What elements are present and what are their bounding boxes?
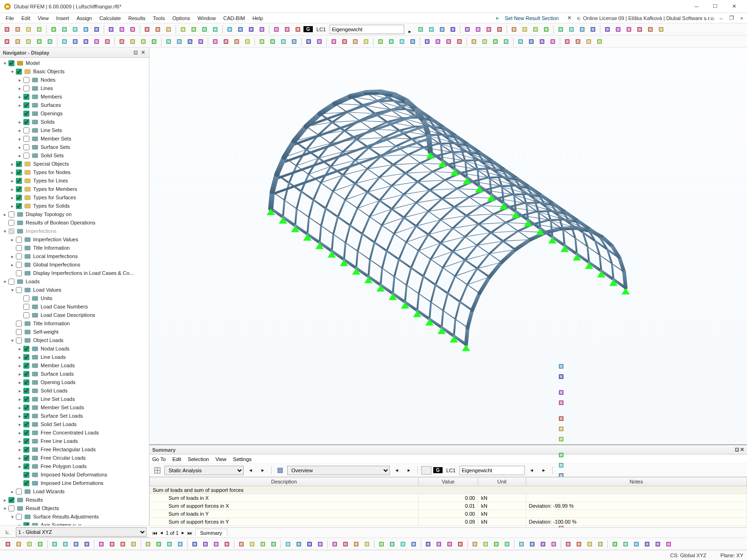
tb2-btn-46[interactable] — [537, 36, 547, 47]
tb3-btn-22[interactable] — [258, 539, 268, 549]
tb1-btn-40[interactable] — [577, 24, 587, 35]
next-page-button[interactable]: ▸ — [182, 530, 184, 536]
tree-node-37[interactable]: ▸Surface Loads — [0, 370, 149, 378]
tree-node-43[interactable]: ▸Solid Set Loads — [0, 420, 149, 428]
tree-expand-icon[interactable]: ▸ — [9, 161, 15, 167]
tree-checkbox[interactable] — [23, 405, 29, 411]
tree-node-49[interactable]: Imposed Nodal Deformations — [0, 470, 149, 479]
tb3-btn-24[interactable] — [283, 539, 293, 549]
tb2-btn-44[interactable] — [515, 36, 526, 47]
menu-tools[interactable]: Tools — [149, 14, 169, 22]
tb3-btn-20[interactable] — [236, 539, 247, 549]
tb3-btn-12[interactable] — [143, 539, 153, 549]
lc-next[interactable]: ▸ — [405, 27, 415, 36]
tb3-btn-9[interactable] — [107, 539, 117, 549]
tb3-btn-41[interactable] — [480, 539, 491, 549]
tb3-btn-25[interactable] — [294, 539, 304, 549]
overview-select[interactable]: Overview — [287, 466, 390, 475]
tree-expand-icon[interactable]: ▸ — [17, 455, 22, 461]
tb2-btn-2[interactable] — [23, 36, 34, 47]
tb3-btn-45[interactable] — [527, 539, 537, 549]
tb1-btn-6[interactable] — [70, 24, 80, 35]
tb3-btn-21[interactable] — [247, 539, 257, 549]
tb1-btn-22[interactable] — [257, 24, 267, 35]
tb2-btn-24[interactable] — [278, 36, 289, 47]
tb2-btn-33[interactable] — [386, 36, 396, 47]
tb1-btn-21[interactable] — [246, 24, 256, 35]
tb2-btn-8[interactable] — [92, 36, 102, 47]
tb2-btn-21[interactable] — [242, 36, 253, 47]
tb1-btn-15[interactable] — [178, 24, 188, 35]
tree-node-16[interactable]: ▸Types for Surfaces — [0, 193, 149, 202]
tb3-btn-56[interactable] — [653, 539, 663, 549]
tb2-btn-25[interactable] — [289, 36, 299, 47]
navigator-pin-icon[interactable]: ⊡ — [132, 49, 139, 56]
tree-checkbox[interactable] — [23, 463, 29, 469]
tb1-btn-20[interactable] — [235, 24, 246, 35]
tb2-btn-36[interactable] — [422, 36, 432, 47]
tb3-btn-17[interactable] — [200, 539, 211, 549]
tb3-btn-34[interactable] — [398, 539, 408, 549]
tree-checkbox[interactable] — [23, 295, 29, 301]
tree-expand-icon[interactable]: ▸ — [9, 195, 15, 200]
tb1-btn-31[interactable] — [473, 24, 483, 35]
tb1-btn-4[interactable] — [49, 24, 59, 35]
tree-checkbox[interactable] — [16, 69, 22, 75]
tb1-btn-14[interactable] — [163, 24, 174, 35]
tree-expand-icon[interactable]: ▸ — [17, 430, 22, 435]
tree-expand-icon[interactable]: ▾ — [9, 514, 15, 519]
tree-checkbox[interactable] — [16, 237, 22, 243]
prev-overview-button[interactable]: ◂ — [392, 465, 402, 476]
navigator-tree[interactable]: ▾Model▾Basic Objects▸Nodes▸Lines▸Members… — [0, 58, 149, 538]
tree-checkbox[interactable] — [23, 455, 29, 461]
tree-node-19[interactable]: Results of Boolean Operations — [0, 218, 149, 227]
maximize-button[interactable]: ☐ — [706, 0, 725, 13]
tb3-btn-15[interactable] — [175, 539, 185, 549]
tb3-btn-40[interactable] — [470, 539, 480, 549]
cs-select[interactable]: 1 - Global XYZ — [16, 527, 147, 537]
tree-node-50[interactable]: Imposed Line Deformations — [0, 479, 149, 487]
tree-expand-icon[interactable]: ▾ — [2, 506, 7, 511]
tb2-btn-11[interactable] — [127, 36, 138, 47]
tb2-btn-19[interactable] — [221, 36, 231, 47]
tb1-btn-11[interactable] — [127, 24, 138, 35]
tree-node-23[interactable]: ▸Local Imperfections — [0, 252, 149, 260]
next-overview-button[interactable]: ▸ — [404, 465, 414, 476]
tb2-btn-10[interactable] — [117, 36, 127, 47]
tb3-btn-19[interactable] — [222, 539, 232, 549]
tb1-btn-38[interactable] — [556, 24, 566, 35]
tree-expand-icon[interactable]: ▸ — [17, 103, 22, 108]
tb3-btn-43[interactable] — [502, 539, 512, 549]
close-link-icon[interactable]: ✕ — [564, 15, 574, 21]
tb1-btn-37[interactable] — [541, 24, 551, 35]
tb2-btn-48[interactable] — [562, 36, 572, 47]
analysis-select[interactable]: Static Analysis — [164, 466, 244, 475]
summary-menu-go-to[interactable]: Go To — [152, 456, 166, 462]
tb1-btn-7[interactable] — [81, 24, 91, 35]
tb2-btn-41[interactable] — [479, 36, 490, 47]
tb2-btn-7[interactable] — [81, 36, 91, 47]
cs-axis-icon[interactable] — [3, 527, 13, 537]
summary-col-1[interactable]: Value — [418, 477, 478, 486]
tree-checkbox[interactable] — [23, 363, 29, 369]
tree-expand-icon[interactable]: ▾ — [2, 61, 7, 66]
tree-expand-icon[interactable]: ▾ — [9, 69, 15, 74]
tb2-btn-37[interactable] — [433, 36, 443, 47]
tree-node-0[interactable]: ▾Model — [0, 59, 149, 67]
tree-node-1[interactable]: ▾Basic Objects — [0, 67, 149, 76]
tb2-btn-13[interactable] — [149, 36, 159, 47]
tree-node-10[interactable]: ▸Surface Sets — [0, 143, 149, 151]
tree-expand-icon[interactable]: ▸ — [17, 413, 22, 419]
tree-expand-icon[interactable]: ▾ — [9, 338, 15, 343]
tb1-btn-43[interactable] — [613, 24, 623, 35]
tb1-btn-23[interactable] — [271, 24, 282, 35]
tree-checkbox[interactable] — [23, 430, 29, 436]
tree-expand-icon[interactable]: ▸ — [17, 94, 22, 99]
tree-checkbox[interactable] — [8, 228, 14, 234]
tb2-btn-40[interactable] — [469, 36, 479, 47]
tree-node-15[interactable]: ▸Types for Members — [0, 185, 149, 193]
tb3-btn-14[interactable] — [164, 539, 175, 549]
tb3-btn-36[interactable] — [423, 539, 433, 549]
tb1-btn-17[interactable] — [199, 24, 210, 35]
tree-node-27[interactable]: ▾Load Values — [0, 286, 149, 294]
